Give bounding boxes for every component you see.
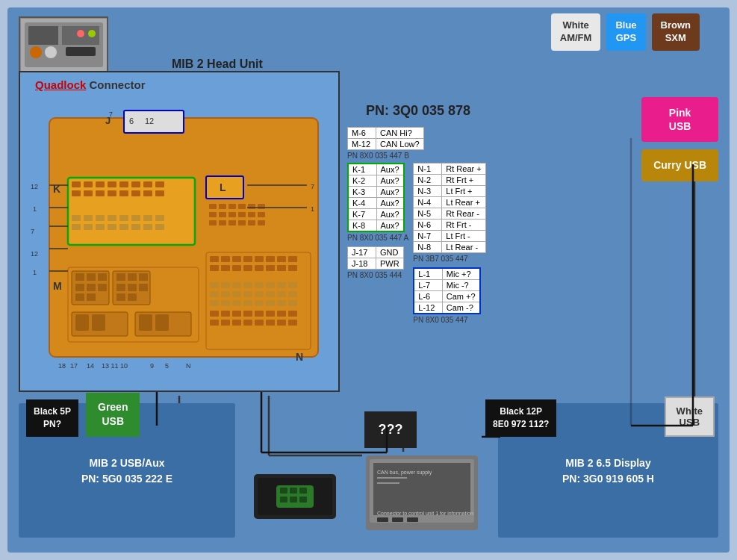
svg-rect-119 [243, 265, 252, 271]
svg-rect-25 [72, 181, 81, 187]
svg-rect-91 [128, 273, 137, 281]
svg-rect-96 [116, 293, 125, 301]
desc-cell: Rt Rear + [442, 164, 485, 175]
svg-text:1: 1 [33, 205, 37, 213]
svg-rect-138 [277, 291, 286, 297]
svg-rect-200 [377, 517, 388, 522]
svg-rect-120 [255, 265, 264, 271]
pin-cell: K-8 [348, 220, 376, 232]
table-row: N-5 Rt Rear - [414, 208, 485, 220]
pn-label: PN: 3Q0 035 878 [366, 103, 470, 119]
table-speaker: N-1 Rt Rear + N-2 Rt Frt + N-3 Lt Frt + … [413, 163, 485, 253]
connector-image-bottom [246, 459, 343, 534]
table-can: M-6 CAN Hi? M-12 CAN Low? [347, 127, 424, 150]
svg-rect-95 [139, 284, 148, 291]
svg-rect-143 [243, 300, 252, 306]
svg-rect-124 [210, 282, 219, 288]
head-unit-title: MIB 2 Head Unit [172, 57, 263, 71]
table-row: N-4 Lt Rear + [414, 197, 485, 208]
desc-cell: Rt Frt - [442, 220, 485, 231]
pin-cell: L-6 [414, 291, 442, 302]
svg-text:1: 1 [311, 205, 314, 213]
table-row: L-12 Cam -? [414, 302, 479, 314]
black-12p-box: Black 12P8E0 972 112? [485, 399, 556, 437]
svg-rect-156 [210, 320, 219, 326]
svg-rect-163 [288, 320, 297, 326]
svg-rect-155 [288, 311, 297, 317]
display-label: MIB 2 6.5 Display PN: 3G0 919 605 H [498, 455, 718, 487]
svg-rect-201 [392, 517, 403, 522]
svg-rect-43 [96, 215, 105, 221]
svg-rect-140 [210, 300, 219, 306]
svg-rect-154 [277, 311, 286, 317]
pin-cell: K-7 [348, 209, 376, 220]
svg-rect-44 [108, 215, 116, 221]
svg-rect-71 [258, 212, 265, 217]
svg-rect-108 [210, 256, 219, 262]
desc-cell: Cam +? [442, 291, 479, 302]
svg-text:9: 9 [150, 362, 154, 370]
svg-rect-97 [128, 293, 137, 301]
svg-rect-148 [210, 311, 219, 317]
svg-rect-69 [238, 212, 246, 217]
svg-text:13 11 10: 13 11 10 [102, 362, 128, 370]
svg-text:12: 12 [31, 250, 38, 258]
svg-rect-60 [209, 204, 217, 209]
svg-rect-122 [277, 265, 286, 271]
svg-rect-32 [155, 181, 164, 187]
svg-text:M: M [53, 280, 62, 292]
usb-aux-label: MIB 2 USB/Aux PN: 5G0 035 222 E [19, 455, 235, 487]
table-aux: K-1 Aux? K-2 Aux? K-3 Aux? K-4 Aux? [347, 163, 405, 232]
pin-cell: M-12 [348, 139, 376, 150]
svg-rect-45 [119, 215, 128, 221]
svg-rect-151 [243, 311, 252, 317]
svg-text:12: 12 [31, 183, 38, 190]
white-usb-box: WhiteUSB [665, 396, 715, 437]
svg-text:7: 7 [109, 111, 113, 118]
svg-rect-109 [221, 256, 230, 262]
svg-text:N: N [186, 362, 191, 370]
svg-rect-70 [248, 212, 255, 217]
desc-cell: Lt Rear + [442, 197, 485, 208]
svg-rect-100 [75, 314, 89, 331]
svg-point-14 [45, 46, 57, 58]
pin-tables-container: M-6 CAN Hi? M-12 CAN Low? PN 8X0 035 447… [347, 127, 655, 403]
svg-rect-132 [210, 291, 219, 297]
svg-text:5: 5 [165, 362, 169, 370]
desc-cell: Lt Frt + [442, 186, 485, 197]
pn-power: PN 8X0 035 444 [347, 271, 408, 279]
svg-text:L: L [220, 181, 226, 193]
desc-cell: Rt Rear - [442, 208, 485, 220]
table-row: N-3 Lt Frt + [414, 186, 485, 197]
desc-cell: Rt Frt + [442, 175, 485, 186]
svg-rect-92 [139, 273, 148, 281]
white-amfm-connector: WhiteAM/FM [551, 13, 601, 51]
svg-rect-87 [75, 293, 84, 301]
svg-rect-40 [155, 190, 164, 196]
svg-rect-27 [96, 181, 105, 187]
svg-rect-161 [266, 320, 275, 326]
pin-cell: N-5 [414, 208, 442, 220]
svg-rect-88 [87, 293, 96, 301]
svg-rect-36 [108, 190, 116, 196]
svg-rect-82 [87, 273, 96, 281]
svg-rect-190 [280, 488, 287, 494]
display-image: CAN bus, power supply Connector to contr… [362, 452, 482, 534]
svg-rect-67 [219, 212, 226, 217]
pn-speaker: PN 3B7 035 447 [413, 255, 485, 263]
pin-cell: K-4 [348, 198, 376, 209]
svg-rect-33 [72, 190, 81, 196]
table-row: K-3 Aux? [348, 187, 404, 198]
svg-rect-51 [96, 224, 105, 230]
svg-rect-147 [288, 300, 297, 306]
svg-rect-46 [131, 215, 140, 221]
svg-rect-157 [221, 320, 230, 326]
svg-rect-62 [228, 204, 236, 209]
pin-cell: K-1 [348, 164, 376, 175]
pin-cell: J-17 [348, 247, 376, 258]
desc-cell: PWR [376, 258, 404, 270]
table-mic: L-1 Mic +? L-7 Mic -? L-6 Cam +? L-12 Ca… [413, 267, 480, 314]
svg-rect-29 [119, 181, 128, 187]
svg-rect-193 [280, 497, 287, 503]
svg-rect-65 [258, 204, 265, 209]
